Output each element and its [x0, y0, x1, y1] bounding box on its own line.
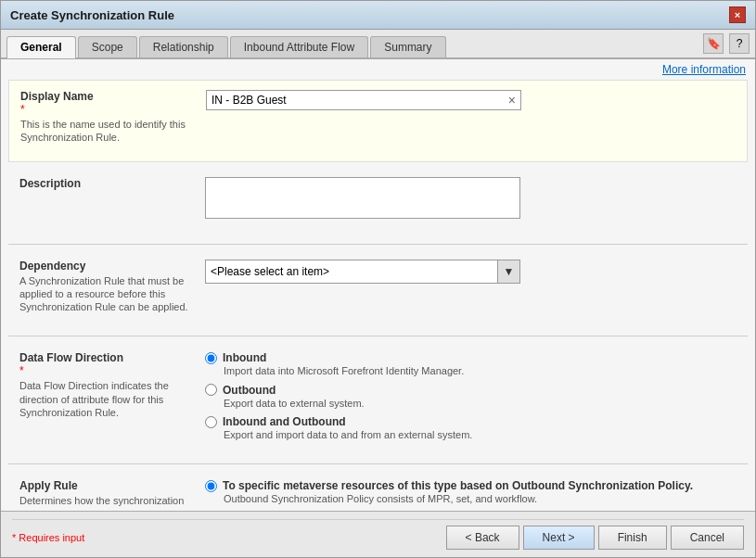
radio-outbound: Outbound Export data to external system.	[205, 384, 737, 410]
radio-inbound-input[interactable]	[205, 352, 217, 364]
cancel-button[interactable]: Cancel	[671, 526, 744, 550]
display-name-control: ×	[206, 90, 736, 110]
dependency-select-arrow[interactable]: ▼	[497, 260, 519, 283]
dependency-label-col: Dependency A Synchronization Rule that m…	[19, 260, 205, 314]
finish-button[interactable]: Finish	[598, 526, 667, 550]
radio-inbound-outbound-desc: Export and import data to and from an ex…	[224, 428, 737, 441]
window-title: Create Synchronization Rule	[10, 8, 174, 22]
apply-rule-desc: Determines how the synchronization rule …	[19, 494, 196, 511]
display-name-input-wrapper: ×	[206, 90, 521, 110]
display-name-field-row: Display Name * This is the name used to …	[20, 90, 736, 145]
tab-scope[interactable]: Scope	[78, 36, 137, 57]
display-name-label: Display Name	[20, 90, 197, 103]
data-flow-section: Data Flow Direction * Data Flow Directio…	[8, 344, 748, 456]
close-window-button[interactable]: ×	[729, 6, 746, 23]
tabs-right: 🔖 ?	[703, 33, 750, 57]
display-name-label-col: Display Name * This is the name used to …	[20, 90, 206, 145]
display-name-required: *	[20, 103, 197, 116]
display-name-desc: This is the name used to identify this S…	[20, 118, 197, 145]
radio-inbound: Inbound Import data into Microsoft Foref…	[205, 351, 737, 377]
apply-rule-control: To specific metaverse resources of this …	[205, 479, 737, 511]
radio-inbound-outbound-input[interactable]	[205, 416, 217, 428]
apply-rule-field-row: Apply Rule Determines how the synchroniz…	[19, 479, 737, 511]
more-info-link[interactable]: More information	[662, 63, 746, 76]
radio-outbound-desc: Export data to external system.	[224, 397, 737, 410]
radio-outbound-input[interactable]	[205, 384, 217, 396]
data-flow-field-row: Data Flow Direction * Data Flow Directio…	[19, 351, 737, 441]
tabs-bar: General Scope Relationship Inbound Attri…	[1, 30, 755, 59]
radio-inbound-outbound-row: Inbound and Outbound	[205, 415, 737, 428]
apply-rule-radio-group: To specific metaverse resources of this …	[205, 479, 737, 511]
dependency-select-wrapper: <Please select an item> ▼	[205, 260, 520, 284]
dependency-label: Dependency	[19, 260, 196, 273]
radio-outbound-row: Outbound	[205, 384, 737, 397]
separator-2	[8, 336, 748, 336]
display-name-clear-button[interactable]: ×	[504, 91, 520, 109]
radio-specific-desc: Outbound Synchronization Policy consists…	[224, 492, 737, 505]
tab-general[interactable]: General	[6, 36, 76, 58]
next-button[interactable]: Next >	[523, 526, 595, 550]
footer: * Requires input < Back Next > Finish Ca…	[1, 511, 755, 557]
description-control	[205, 177, 737, 222]
tab-inbound-attr-flow[interactable]: Inbound Attribute Flow	[230, 36, 368, 57]
apply-rule-section: Apply Rule Determines how the synchroniz…	[8, 472, 748, 511]
description-field-row: Description	[19, 177, 737, 222]
tab-relationship[interactable]: Relationship	[139, 36, 228, 57]
radio-inbound-outbound: Inbound and Outbound Export and import d…	[205, 415, 737, 441]
data-flow-radio-group: Inbound Import data into Microsoft Foref…	[205, 351, 737, 441]
main-content: More information Display Name * This is …	[1, 59, 755, 511]
title-bar: Create Synchronization Rule ×	[1, 1, 755, 30]
footer-separator	[12, 519, 744, 520]
requires-input-label: * Requires input	[12, 532, 84, 543]
bookmark-icon[interactable]: 🔖	[703, 33, 724, 54]
description-section: Description	[8, 170, 748, 236]
radio-inbound-desc: Import data into Microsoft Forefront Ide…	[224, 364, 737, 377]
data-flow-desc: Data Flow Direction indicates the direct…	[19, 379, 196, 419]
dependency-select[interactable]: <Please select an item>	[206, 262, 497, 281]
description-input[interactable]	[205, 177, 520, 219]
display-name-input[interactable]	[207, 91, 504, 109]
data-flow-required: *	[19, 364, 196, 377]
radio-specific-row: To specific metaverse resources of this …	[205, 479, 737, 492]
apply-rule-label: Apply Rule	[19, 479, 196, 492]
more-info-bar: More information	[1, 59, 755, 80]
radio-outbound-label: Outbound	[223, 384, 275, 397]
dependency-desc: A Synchronization Rule that must be appl…	[19, 274, 196, 314]
apply-rule-label-col: Apply Rule Determines how the synchroniz…	[19, 479, 205, 511]
radio-inbound-label: Inbound	[223, 351, 266, 364]
separator-3	[8, 463, 748, 464]
description-label-col: Description	[19, 177, 205, 190]
dependency-field-row: Dependency A Synchronization Rule that m…	[19, 260, 737, 314]
tab-summary[interactable]: Summary	[370, 36, 445, 57]
radio-specific-input[interactable]	[205, 480, 217, 492]
radio-inbound-row: Inbound	[205, 351, 737, 364]
data-flow-control: Inbound Import data into Microsoft Foref…	[205, 351, 737, 441]
radio-specific: To specific metaverse resources of this …	[205, 479, 737, 505]
dependency-control: <Please select an item> ▼	[205, 260, 737, 284]
description-label: Description	[19, 177, 196, 190]
footer-buttons: < Back Next > Finish Cancel	[446, 526, 744, 550]
separator-1	[8, 244, 748, 245]
data-flow-label-col: Data Flow Direction * Data Flow Directio…	[19, 351, 205, 419]
help-icon[interactable]: ?	[729, 33, 750, 54]
display-name-section: Display Name * This is the name used to …	[8, 80, 748, 162]
back-button[interactable]: < Back	[446, 526, 519, 550]
dependency-section: Dependency A Synchronization Rule that m…	[8, 252, 748, 329]
radio-specific-label: To specific metaverse resources of this …	[223, 479, 693, 492]
radio-inbound-outbound-label: Inbound and Outbound	[223, 415, 346, 428]
dialog-window: Create Synchronization Rule × General Sc…	[0, 0, 756, 558]
tabs-left: General Scope Relationship Inbound Attri…	[6, 35, 446, 57]
data-flow-label: Data Flow Direction	[19, 351, 196, 364]
